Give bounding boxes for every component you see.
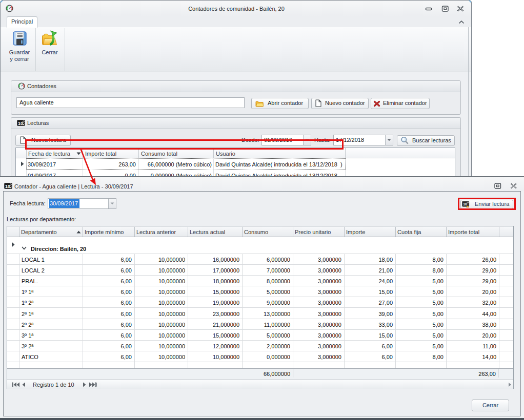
svg-text:10: 10 (5, 184, 10, 189)
svg-text:10: 10 (18, 121, 23, 126)
